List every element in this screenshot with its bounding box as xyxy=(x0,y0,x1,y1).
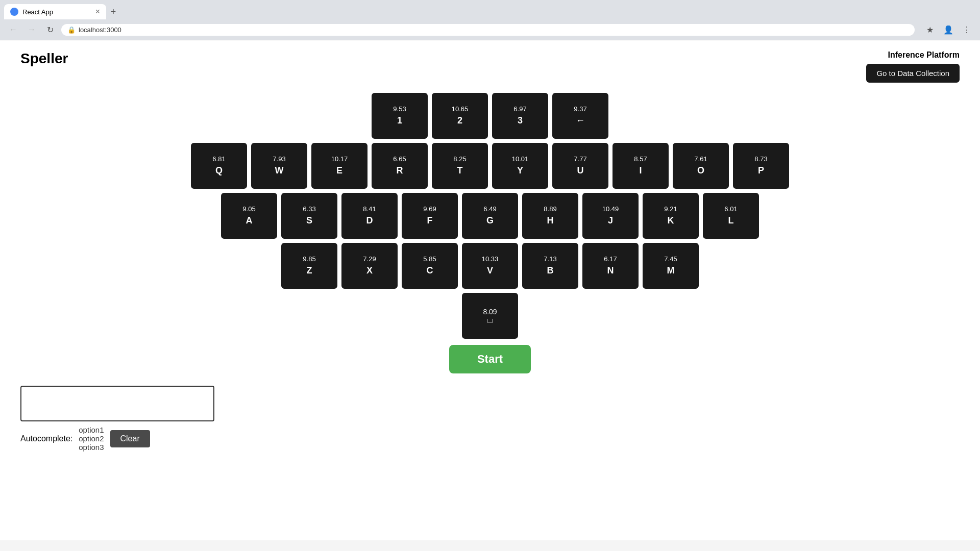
key-space[interactable]: 8.09 ⌴ xyxy=(462,293,518,339)
key-1[interactable]: 9.53 1 xyxy=(372,93,428,139)
page-header: Speller Inference Platform Go to Data Co… xyxy=(20,51,960,83)
key-w[interactable]: 7.93 W xyxy=(251,143,307,189)
key-h[interactable]: 8.89 H xyxy=(522,193,578,239)
key-c[interactable]: 5.85 C xyxy=(402,243,458,289)
key-m[interactable]: 7.45 M xyxy=(643,243,699,289)
reload-button[interactable]: ↻ xyxy=(43,22,57,37)
menu-button[interactable]: ⋮ xyxy=(960,22,974,37)
browser-actions: ★ 👤 ⋮ xyxy=(923,22,974,37)
key-l[interactable]: 6.01 L xyxy=(703,193,759,239)
key-n[interactable]: 6.17 N xyxy=(582,243,639,289)
key-3[interactable]: 6.97 3 xyxy=(492,93,548,139)
key-f[interactable]: 9.69 F xyxy=(402,193,458,239)
key-p[interactable]: 8.73 P xyxy=(733,143,789,189)
tab-close-button[interactable]: × xyxy=(95,7,100,16)
key-v[interactable]: 10.33 V xyxy=(462,243,518,289)
autocomplete-options: option1 option2 option3 xyxy=(79,425,104,452)
inference-platform-label: Inference Platform xyxy=(866,51,960,60)
tab-title: React App xyxy=(22,8,53,16)
goto-data-collection-button[interactable]: Go to Data Collection xyxy=(866,64,960,83)
address-bar: ← → ↻ 🔒 localhost:3000 ★ 👤 ⋮ xyxy=(0,19,980,40)
bottom-area: Autocomplete: option1 option2 option3 Cl… xyxy=(20,386,960,452)
url-bar[interactable]: 🔒 localhost:3000 xyxy=(61,24,915,36)
keyboard-row-space: 8.09 ⌴ xyxy=(462,293,518,339)
spell-input[interactable] xyxy=(20,386,214,421)
keyboard-area: 9.53 1 10.65 2 6.97 3 9.37 ← 6.81 Q xyxy=(20,93,960,339)
tab-favicon xyxy=(10,8,18,16)
text-input-area: Autocomplete: option1 option2 option3 Cl… xyxy=(20,386,214,452)
autocomplete-option-2[interactable]: option2 xyxy=(79,434,104,443)
autocomplete-option-1[interactable]: option1 xyxy=(79,425,104,434)
keyboard-row-1: 9.53 1 10.65 2 6.97 3 9.37 ← xyxy=(372,93,608,139)
key-e[interactable]: 10.17 E xyxy=(311,143,368,189)
autocomplete-label: Autocomplete: xyxy=(20,434,72,443)
key-i[interactable]: 8.57 I xyxy=(612,143,669,189)
key-s[interactable]: 6.33 S xyxy=(281,193,337,239)
key-k[interactable]: 9.21 K xyxy=(643,193,699,239)
key-t[interactable]: 8.25 T xyxy=(432,143,488,189)
forward-button[interactable]: → xyxy=(24,22,39,37)
page-content: Speller Inference Platform Go to Data Co… xyxy=(0,40,980,540)
key-x[interactable]: 7.29 X xyxy=(341,243,398,289)
tab-bar: React App × + xyxy=(0,0,980,19)
start-button-row: Start xyxy=(20,345,960,373)
inference-platform-section: Inference Platform Go to Data Collection xyxy=(866,51,960,83)
autocomplete-option-3[interactable]: option3 xyxy=(79,443,104,452)
key-y[interactable]: 10.01 Y xyxy=(492,143,548,189)
keyboard-row-4: 9.85 Z 7.29 X 5.85 C 10.33 V 7.13 B 6.17… xyxy=(281,243,699,289)
key-z[interactable]: 9.85 Z xyxy=(281,243,337,289)
key-j[interactable]: 10.49 J xyxy=(582,193,639,239)
browser-chrome: React App × + ← → ↻ 🔒 localhost:3000 ★ 👤… xyxy=(0,0,980,40)
key-b[interactable]: 7.13 B xyxy=(522,243,578,289)
start-button[interactable]: Start xyxy=(449,345,531,373)
key-a[interactable]: 9.05 A xyxy=(221,193,277,239)
keyboard-row-3: 9.05 A 6.33 S 8.41 D 9.69 F 6.49 G 8.89 … xyxy=(221,193,759,239)
url-text: localhost:3000 xyxy=(79,26,121,34)
active-tab[interactable]: React App × xyxy=(4,4,106,19)
key-q[interactable]: 6.81 Q xyxy=(191,143,247,189)
clear-button[interactable]: Clear xyxy=(110,430,150,447)
new-tab-button[interactable]: + xyxy=(106,5,120,19)
key-backspace[interactable]: 9.37 ← xyxy=(552,93,608,139)
security-icon: 🔒 xyxy=(67,26,76,34)
page-title: Speller xyxy=(20,51,68,67)
autocomplete-row: Autocomplete: option1 option2 option3 Cl… xyxy=(20,425,214,452)
keyboard-row-2: 6.81 Q 7.93 W 10.17 E 6.65 R 8.25 T 10.0… xyxy=(191,143,789,189)
key-o[interactable]: 7.61 O xyxy=(673,143,729,189)
key-2[interactable]: 10.65 2 xyxy=(432,93,488,139)
key-r[interactable]: 6.65 R xyxy=(372,143,428,189)
key-u[interactable]: 7.77 U xyxy=(552,143,608,189)
bookmark-button[interactable]: ★ xyxy=(923,22,937,37)
key-d[interactable]: 8.41 D xyxy=(341,193,398,239)
profile-button[interactable]: 👤 xyxy=(941,22,955,37)
key-g[interactable]: 6.49 G xyxy=(462,193,518,239)
back-button[interactable]: ← xyxy=(6,22,20,37)
